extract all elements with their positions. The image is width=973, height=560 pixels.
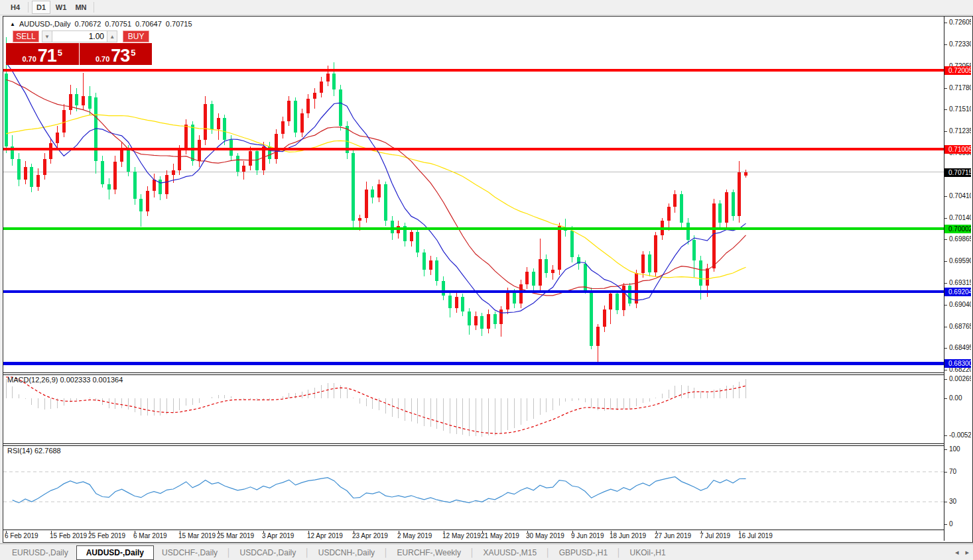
tab-usdchf-daily[interactable]: USDCHF-,Daily <box>154 546 226 559</box>
sell-price-pips: 71 <box>38 48 56 64</box>
price-line-badge: 0.69204 <box>944 288 971 296</box>
axis-tick-label: 0.69590 <box>949 257 971 265</box>
buy-price-display[interactable]: 0.70 73 5 <box>80 43 153 65</box>
main-chart-area[interactable] <box>3 17 944 372</box>
rsi-panel[interactable] <box>3 446 944 530</box>
sell-price-point: 5 <box>58 43 62 63</box>
axis-tick-mark <box>944 449 947 450</box>
date-label: 6 Feb 2019 <box>5 532 38 539</box>
axis-tick-mark <box>944 435 947 436</box>
buy-price-point: 5 <box>131 43 135 63</box>
date-label: 12 May 2019 <box>442 532 481 539</box>
date-label: 2 May 2019 <box>397 532 432 539</box>
tab-eurchf-weekly[interactable]: EURCHF-,Weekly <box>389 546 469 559</box>
axis-tick-label: -0.005242 <box>949 431 971 439</box>
axis-tick-mark <box>944 88 947 89</box>
buy-price-base: 0.70 <box>96 54 109 64</box>
triangle-up-icon: ▲ <box>109 34 115 40</box>
tab-xauusd-m15[interactable]: XAUUSD-,M15 <box>476 546 545 559</box>
sell-button[interactable]: SELL <box>13 30 39 42</box>
axis-tick-mark <box>944 398 947 399</box>
current-price-badge: 0.70715 <box>944 168 971 177</box>
axis-tick-label: 0 <box>949 520 953 528</box>
tabbar-nav: ◂▸ <box>955 548 969 557</box>
tab-audusd-daily[interactable]: AUDUSD-,Daily <box>76 545 154 560</box>
price-line-badge: 0.68300 <box>944 359 971 368</box>
caption-open: 0.70672 <box>75 20 101 28</box>
date-label: 15 Feb 2019 <box>50 532 87 539</box>
tab-eurusd-daily[interactable]: EURUSD-,Daily <box>4 546 76 559</box>
axis-tick-mark <box>944 327 947 327</box>
axis-tick-label: 0.00 <box>949 394 962 402</box>
date-label: 15 Mar 2019 <box>178 532 216 539</box>
tab-separator: │ <box>383 548 389 557</box>
date-label: 21 May 2019 <box>481 532 519 539</box>
caption-low: 0.70647 <box>135 20 162 28</box>
axis-tick-label: 0.70140 <box>949 214 971 222</box>
date-axis[interactable]: 6 Feb 201915 Feb 201925 Feb 20196 Mar 20… <box>3 531 944 541</box>
axis-tick-label: 0.70410 <box>949 192 971 200</box>
price-axis[interactable]: 0.726050.723300.720550.717800.715100.712… <box>944 17 971 541</box>
timeframe-button-mn[interactable]: MN <box>72 1 90 14</box>
chart-window: 0.726050.723300.720550.717800.715100.712… <box>3 16 973 543</box>
timeframe-button-w1[interactable]: W1 <box>52 1 70 14</box>
axis-tick-mark <box>944 131 947 132</box>
axis-tick-mark <box>944 44 947 45</box>
tab-separator: │ <box>469 548 476 557</box>
timeframe-button-h4[interactable]: H4 <box>6 1 25 14</box>
sell-price-base: 0.70 <box>22 54 36 64</box>
axis-tick-label: 0.69315 <box>949 279 971 287</box>
collapse-triangle-icon[interactable]: ▲ <box>10 21 15 27</box>
axis-tick-label: 0.72330 <box>949 40 971 48</box>
axis-tick-label: 0.72605 <box>949 19 971 27</box>
caption-symbol: AUDUSD-,Daily <box>19 20 71 28</box>
sell-price-display[interactable]: 0.70 71 5 <box>6 43 79 65</box>
buy-button[interactable]: BUY <box>123 30 149 42</box>
axis-tick-mark <box>944 379 947 380</box>
caption-close: 0.70715 <box>166 20 192 28</box>
tab-usdcnh-daily[interactable]: USDCNH-,Daily <box>310 546 383 559</box>
axis-tick-label: 0.71235 <box>949 127 971 135</box>
panel-border <box>3 530 971 530</box>
price-line-badge: 0.71005 <box>944 145 971 154</box>
axis-tick-label: 0.69865 <box>949 235 971 243</box>
date-label: 12 Apr 2019 <box>307 532 343 539</box>
tab-usdcad-daily[interactable]: USDCAD-,Daily <box>232 546 304 559</box>
date-label: 18 Jun 2019 <box>610 532 646 539</box>
axis-tick-label: 30 <box>949 498 956 506</box>
axis-tick-label: 0.68765 <box>949 323 971 331</box>
date-label: 6 Mar 2019 <box>133 532 167 539</box>
volume-input[interactable] <box>52 30 107 42</box>
macd-panel[interactable] <box>3 375 944 443</box>
price-line-badge: 0.72005 <box>944 66 971 75</box>
axis-tick-label: 0.71780 <box>949 84 971 92</box>
chart-tab-bar: EURUSD-,DailyAUDUSD-,DailyUSDCHF-,Daily│… <box>0 543 973 560</box>
axis-tick-label: 0.002694 <box>949 375 971 383</box>
timeframe-button-h4-pad <box>1 1 5 14</box>
axis-tick-mark <box>944 218 947 219</box>
volume-increase-button[interactable]: ▲ <box>107 30 117 42</box>
date-label: 7 Jul 2019 <box>700 532 730 539</box>
macd-label: MACD(12,26,9) 0.002333 0.001364 <box>7 376 123 384</box>
date-label: 30 May 2019 <box>526 532 564 539</box>
axis-tick-mark <box>944 305 947 306</box>
tab-ukoil-h1[interactable]: UKOil-,H1 <box>622 546 674 559</box>
date-label: 3 Apr 2019 <box>262 532 294 539</box>
tabbar-nav-right[interactable]: ▸ <box>965 548 969 557</box>
price-line-badge: 0.70002 <box>944 225 971 233</box>
axis-tick-mark <box>944 109 947 110</box>
axis-tick-mark <box>944 502 947 502</box>
axis-tick-label: 0.71510 <box>949 105 971 113</box>
axis-tick-label: 70 <box>949 468 956 476</box>
toolbar-separator <box>28 2 29 13</box>
axis-tick-mark <box>944 23 947 23</box>
axis-tick-label: 100 <box>949 445 960 453</box>
timeframe-button-d1[interactable]: D1 <box>32 1 50 14</box>
tab-gbpusd-h1[interactable]: GBPUSD-,H1 <box>551 546 616 559</box>
axis-tick-mark <box>944 524 947 525</box>
volume-decrease-button[interactable]: ▼ <box>42 30 52 42</box>
tab-separator: │ <box>304 548 310 557</box>
tabbar-nav-left[interactable]: ◂ <box>955 548 959 557</box>
axis-tick-mark <box>944 261 947 262</box>
toolbar-separator <box>94 2 94 13</box>
